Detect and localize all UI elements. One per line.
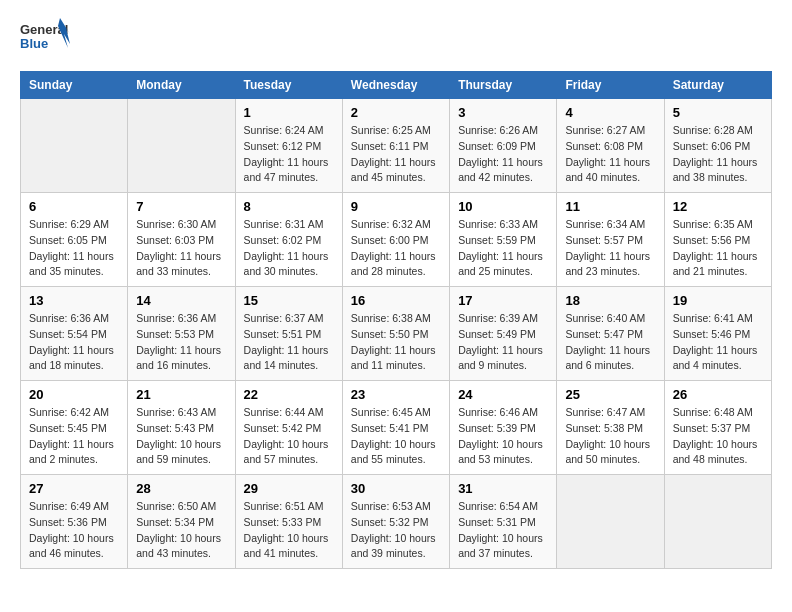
day-detail: Sunrise: 6:33 AM Sunset: 5:59 PM Dayligh…: [458, 217, 548, 280]
day-detail: Sunrise: 6:47 AM Sunset: 5:38 PM Dayligh…: [565, 405, 655, 468]
calendar-cell: 24Sunrise: 6:46 AM Sunset: 5:39 PM Dayli…: [450, 381, 557, 475]
day-detail: Sunrise: 6:29 AM Sunset: 6:05 PM Dayligh…: [29, 217, 119, 280]
page-header: GeneralBlue: [20, 16, 772, 61]
day-detail: Sunrise: 6:26 AM Sunset: 6:09 PM Dayligh…: [458, 123, 548, 186]
calendar-cell: 15Sunrise: 6:37 AM Sunset: 5:51 PM Dayli…: [235, 287, 342, 381]
calendar-cell: 20Sunrise: 6:42 AM Sunset: 5:45 PM Dayli…: [21, 381, 128, 475]
logo: GeneralBlue: [20, 16, 70, 61]
calendar-cell: 21Sunrise: 6:43 AM Sunset: 5:43 PM Dayli…: [128, 381, 235, 475]
calendar-cell: 2Sunrise: 6:25 AM Sunset: 6:11 PM Daylig…: [342, 99, 449, 193]
calendar-cell: 23Sunrise: 6:45 AM Sunset: 5:41 PM Dayli…: [342, 381, 449, 475]
day-number: 30: [351, 481, 441, 496]
day-number: 20: [29, 387, 119, 402]
day-number: 8: [244, 199, 334, 214]
column-header-sunday: Sunday: [21, 72, 128, 99]
column-header-saturday: Saturday: [664, 72, 771, 99]
calendar-cell: [664, 475, 771, 569]
calendar-body: 1Sunrise: 6:24 AM Sunset: 6:12 PM Daylig…: [21, 99, 772, 569]
calendar-cell: 9Sunrise: 6:32 AM Sunset: 6:00 PM Daylig…: [342, 193, 449, 287]
day-detail: Sunrise: 6:34 AM Sunset: 5:57 PM Dayligh…: [565, 217, 655, 280]
day-number: 16: [351, 293, 441, 308]
column-header-tuesday: Tuesday: [235, 72, 342, 99]
calendar-cell: [21, 99, 128, 193]
day-number: 25: [565, 387, 655, 402]
calendar-cell: 4Sunrise: 6:27 AM Sunset: 6:08 PM Daylig…: [557, 99, 664, 193]
day-detail: Sunrise: 6:35 AM Sunset: 5:56 PM Dayligh…: [673, 217, 763, 280]
day-detail: Sunrise: 6:48 AM Sunset: 5:37 PM Dayligh…: [673, 405, 763, 468]
day-detail: Sunrise: 6:44 AM Sunset: 5:42 PM Dayligh…: [244, 405, 334, 468]
calendar-cell: 3Sunrise: 6:26 AM Sunset: 6:09 PM Daylig…: [450, 99, 557, 193]
week-row-1: 1Sunrise: 6:24 AM Sunset: 6:12 PM Daylig…: [21, 99, 772, 193]
calendar-header: SundayMondayTuesdayWednesdayThursdayFrid…: [21, 72, 772, 99]
calendar-cell: 16Sunrise: 6:38 AM Sunset: 5:50 PM Dayli…: [342, 287, 449, 381]
calendar-cell: 12Sunrise: 6:35 AM Sunset: 5:56 PM Dayli…: [664, 193, 771, 287]
calendar-cell: 27Sunrise: 6:49 AM Sunset: 5:36 PM Dayli…: [21, 475, 128, 569]
day-detail: Sunrise: 6:49 AM Sunset: 5:36 PM Dayligh…: [29, 499, 119, 562]
column-header-friday: Friday: [557, 72, 664, 99]
day-number: 2: [351, 105, 441, 120]
day-number: 29: [244, 481, 334, 496]
day-detail: Sunrise: 6:30 AM Sunset: 6:03 PM Dayligh…: [136, 217, 226, 280]
day-detail: Sunrise: 6:53 AM Sunset: 5:32 PM Dayligh…: [351, 499, 441, 562]
calendar-cell: 31Sunrise: 6:54 AM Sunset: 5:31 PM Dayli…: [450, 475, 557, 569]
calendar-cell: 26Sunrise: 6:48 AM Sunset: 5:37 PM Dayli…: [664, 381, 771, 475]
day-number: 1: [244, 105, 334, 120]
day-number: 31: [458, 481, 548, 496]
svg-text:Blue: Blue: [20, 36, 48, 51]
week-row-2: 6Sunrise: 6:29 AM Sunset: 6:05 PM Daylig…: [21, 193, 772, 287]
day-detail: Sunrise: 6:43 AM Sunset: 5:43 PM Dayligh…: [136, 405, 226, 468]
day-number: 10: [458, 199, 548, 214]
day-detail: Sunrise: 6:50 AM Sunset: 5:34 PM Dayligh…: [136, 499, 226, 562]
day-detail: Sunrise: 6:28 AM Sunset: 6:06 PM Dayligh…: [673, 123, 763, 186]
week-row-3: 13Sunrise: 6:36 AM Sunset: 5:54 PM Dayli…: [21, 287, 772, 381]
calendar-cell: 14Sunrise: 6:36 AM Sunset: 5:53 PM Dayli…: [128, 287, 235, 381]
day-detail: Sunrise: 6:24 AM Sunset: 6:12 PM Dayligh…: [244, 123, 334, 186]
day-number: 6: [29, 199, 119, 214]
calendar-cell: [557, 475, 664, 569]
calendar-table: SundayMondayTuesdayWednesdayThursdayFrid…: [20, 71, 772, 569]
calendar-cell: [128, 99, 235, 193]
calendar-cell: 1Sunrise: 6:24 AM Sunset: 6:12 PM Daylig…: [235, 99, 342, 193]
day-detail: Sunrise: 6:31 AM Sunset: 6:02 PM Dayligh…: [244, 217, 334, 280]
week-row-5: 27Sunrise: 6:49 AM Sunset: 5:36 PM Dayli…: [21, 475, 772, 569]
day-number: 9: [351, 199, 441, 214]
day-number: 27: [29, 481, 119, 496]
day-detail: Sunrise: 6:25 AM Sunset: 6:11 PM Dayligh…: [351, 123, 441, 186]
day-number: 24: [458, 387, 548, 402]
column-header-wednesday: Wednesday: [342, 72, 449, 99]
day-detail: Sunrise: 6:41 AM Sunset: 5:46 PM Dayligh…: [673, 311, 763, 374]
calendar-cell: 5Sunrise: 6:28 AM Sunset: 6:06 PM Daylig…: [664, 99, 771, 193]
day-detail: Sunrise: 6:36 AM Sunset: 5:53 PM Dayligh…: [136, 311, 226, 374]
column-header-thursday: Thursday: [450, 72, 557, 99]
day-detail: Sunrise: 6:37 AM Sunset: 5:51 PM Dayligh…: [244, 311, 334, 374]
day-detail: Sunrise: 6:45 AM Sunset: 5:41 PM Dayligh…: [351, 405, 441, 468]
day-number: 17: [458, 293, 548, 308]
day-number: 15: [244, 293, 334, 308]
calendar-cell: 30Sunrise: 6:53 AM Sunset: 5:32 PM Dayli…: [342, 475, 449, 569]
day-number: 4: [565, 105, 655, 120]
calendar-cell: 10Sunrise: 6:33 AM Sunset: 5:59 PM Dayli…: [450, 193, 557, 287]
day-number: 13: [29, 293, 119, 308]
day-number: 21: [136, 387, 226, 402]
day-detail: Sunrise: 6:32 AM Sunset: 6:00 PM Dayligh…: [351, 217, 441, 280]
day-number: 3: [458, 105, 548, 120]
day-detail: Sunrise: 6:39 AM Sunset: 5:49 PM Dayligh…: [458, 311, 548, 374]
calendar-cell: 28Sunrise: 6:50 AM Sunset: 5:34 PM Dayli…: [128, 475, 235, 569]
day-number: 23: [351, 387, 441, 402]
day-number: 22: [244, 387, 334, 402]
day-detail: Sunrise: 6:40 AM Sunset: 5:47 PM Dayligh…: [565, 311, 655, 374]
day-number: 11: [565, 199, 655, 214]
calendar-cell: 22Sunrise: 6:44 AM Sunset: 5:42 PM Dayli…: [235, 381, 342, 475]
calendar-cell: 7Sunrise: 6:30 AM Sunset: 6:03 PM Daylig…: [128, 193, 235, 287]
day-detail: Sunrise: 6:38 AM Sunset: 5:50 PM Dayligh…: [351, 311, 441, 374]
day-detail: Sunrise: 6:27 AM Sunset: 6:08 PM Dayligh…: [565, 123, 655, 186]
day-detail: Sunrise: 6:54 AM Sunset: 5:31 PM Dayligh…: [458, 499, 548, 562]
day-detail: Sunrise: 6:51 AM Sunset: 5:33 PM Dayligh…: [244, 499, 334, 562]
day-number: 5: [673, 105, 763, 120]
day-detail: Sunrise: 6:36 AM Sunset: 5:54 PM Dayligh…: [29, 311, 119, 374]
logo-svg: GeneralBlue: [20, 16, 70, 61]
day-detail: Sunrise: 6:42 AM Sunset: 5:45 PM Dayligh…: [29, 405, 119, 468]
day-number: 12: [673, 199, 763, 214]
day-number: 14: [136, 293, 226, 308]
day-number: 26: [673, 387, 763, 402]
